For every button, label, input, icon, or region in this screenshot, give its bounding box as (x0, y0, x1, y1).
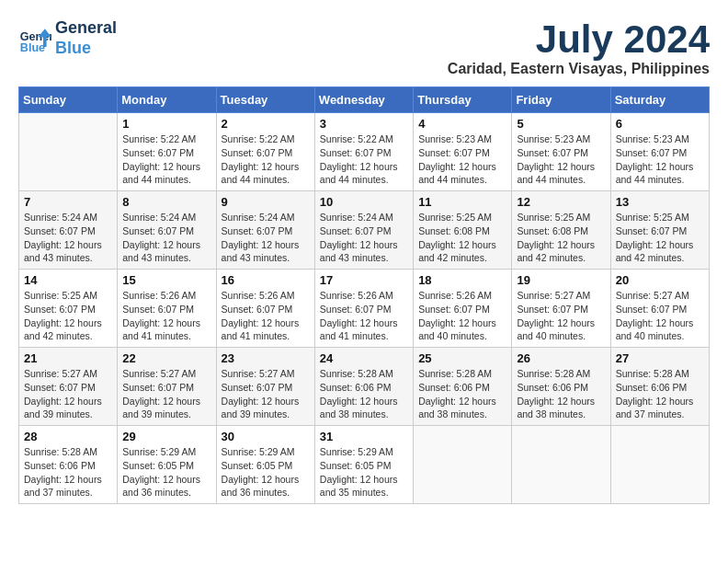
day-number: 5 (517, 117, 605, 131)
calendar-week-row: 14Sunrise: 5:25 AM Sunset: 6:07 PM Dayli… (19, 270, 710, 348)
day-number: 6 (616, 117, 704, 131)
day-number: 15 (122, 273, 210, 287)
calendar-cell: 18Sunrise: 5:26 AM Sunset: 6:07 PM Dayli… (414, 270, 512, 348)
calendar-cell: 11Sunrise: 5:25 AM Sunset: 6:08 PM Dayli… (414, 191, 512, 270)
calendar-cell: 26Sunrise: 5:28 AM Sunset: 6:06 PM Dayli… (512, 348, 610, 426)
day-info: Sunrise: 5:28 AM Sunset: 6:06 PM Dayligh… (517, 367, 605, 421)
day-number: 4 (418, 117, 506, 131)
day-info: Sunrise: 5:27 AM Sunset: 6:07 PM Dayligh… (517, 289, 605, 343)
day-number: 14 (24, 273, 112, 287)
calendar-cell: 17Sunrise: 5:26 AM Sunset: 6:07 PM Dayli… (314, 270, 413, 348)
calendar-cell (414, 426, 512, 504)
day-number: 1 (122, 117, 210, 131)
day-info: Sunrise: 5:23 AM Sunset: 6:07 PM Dayligh… (517, 132, 605, 187)
day-number: 7 (24, 195, 112, 209)
day-number: 13 (616, 195, 704, 209)
day-info: Sunrise: 5:28 AM Sunset: 6:06 PM Dayligh… (24, 445, 112, 500)
logo-text-line1: General (55, 18, 117, 39)
month-title: July 2024 (448, 18, 710, 61)
day-info: Sunrise: 5:26 AM Sunset: 6:07 PM Dayligh… (122, 289, 210, 343)
day-info: Sunrise: 5:25 AM Sunset: 6:08 PM Dayligh… (517, 211, 605, 265)
calendar-cell: 6Sunrise: 5:23 AM Sunset: 6:07 PM Daylig… (610, 113, 709, 191)
day-info: Sunrise: 5:24 AM Sunset: 6:07 PM Dayligh… (24, 211, 112, 265)
calendar-cell: 7Sunrise: 5:24 AM Sunset: 6:07 PM Daylig… (19, 191, 118, 270)
calendar-cell: 24Sunrise: 5:28 AM Sunset: 6:06 PM Dayli… (314, 348, 413, 426)
svg-text:Blue: Blue (20, 41, 45, 54)
day-info: Sunrise: 5:24 AM Sunset: 6:07 PM Dayligh… (122, 211, 210, 265)
weekday-header-monday: Monday (118, 87, 216, 113)
calendar-cell: 20Sunrise: 5:27 AM Sunset: 6:07 PM Dayli… (610, 270, 709, 348)
calendar-cell (610, 426, 709, 504)
calendar-cell (512, 426, 610, 504)
logo-text-line2: Blue (55, 39, 117, 59)
day-number: 27 (616, 351, 704, 365)
day-number: 2 (222, 117, 310, 131)
day-number: 31 (320, 430, 408, 443)
calendar-cell: 21Sunrise: 5:27 AM Sunset: 6:07 PM Dayli… (19, 348, 118, 426)
calendar-cell: 8Sunrise: 5:24 AM Sunset: 6:07 PM Daylig… (118, 191, 216, 270)
calendar-cell: 15Sunrise: 5:26 AM Sunset: 6:07 PM Dayli… (118, 270, 216, 348)
day-info: Sunrise: 5:25 AM Sunset: 6:08 PM Dayligh… (418, 211, 506, 265)
calendar-cell: 12Sunrise: 5:25 AM Sunset: 6:08 PM Dayli… (512, 191, 610, 270)
day-number: 10 (320, 195, 408, 209)
day-number: 3 (320, 117, 408, 131)
title-area: July 2024 Caridad, Eastern Visayas, Phil… (448, 18, 710, 77)
day-info: Sunrise: 5:26 AM Sunset: 6:07 PM Dayligh… (418, 289, 506, 343)
day-number: 18 (418, 273, 506, 287)
day-number: 30 (222, 430, 310, 443)
calendar-cell: 9Sunrise: 5:24 AM Sunset: 6:07 PM Daylig… (216, 191, 314, 270)
calendar-cell: 29Sunrise: 5:29 AM Sunset: 6:05 PM Dayli… (118, 426, 216, 504)
day-number: 24 (320, 351, 408, 365)
calendar-cell: 14Sunrise: 5:25 AM Sunset: 6:07 PM Dayli… (19, 270, 118, 348)
day-info: Sunrise: 5:26 AM Sunset: 6:07 PM Dayligh… (222, 289, 310, 343)
day-info: Sunrise: 5:28 AM Sunset: 6:06 PM Dayligh… (418, 367, 506, 421)
logo-icon: General Blue (18, 22, 51, 55)
weekday-header-saturday: Saturday (610, 87, 709, 113)
day-info: Sunrise: 5:23 AM Sunset: 6:07 PM Dayligh… (616, 132, 704, 187)
day-info: Sunrise: 5:27 AM Sunset: 6:07 PM Dayligh… (122, 367, 210, 421)
calendar-cell: 5Sunrise: 5:23 AM Sunset: 6:07 PM Daylig… (512, 113, 610, 191)
day-info: Sunrise: 5:25 AM Sunset: 6:07 PM Dayligh… (24, 289, 112, 343)
calendar-cell: 30Sunrise: 5:29 AM Sunset: 6:05 PM Dayli… (216, 426, 314, 504)
calendar-week-row: 1Sunrise: 5:22 AM Sunset: 6:07 PM Daylig… (19, 113, 710, 191)
day-info: Sunrise: 5:27 AM Sunset: 6:07 PM Dayligh… (616, 289, 704, 343)
weekday-header-tuesday: Tuesday (216, 87, 314, 113)
day-info: Sunrise: 5:25 AM Sunset: 6:07 PM Dayligh… (616, 211, 704, 265)
day-number: 19 (517, 273, 605, 287)
calendar-cell (19, 113, 118, 191)
calendar-cell: 22Sunrise: 5:27 AM Sunset: 6:07 PM Dayli… (118, 348, 216, 426)
calendar-week-row: 21Sunrise: 5:27 AM Sunset: 6:07 PM Dayli… (19, 348, 710, 426)
day-info: Sunrise: 5:29 AM Sunset: 6:05 PM Dayligh… (122, 445, 210, 500)
calendar-cell: 31Sunrise: 5:29 AM Sunset: 6:05 PM Dayli… (314, 426, 413, 504)
calendar-cell: 28Sunrise: 5:28 AM Sunset: 6:06 PM Dayli… (19, 426, 118, 504)
day-number: 20 (616, 273, 704, 287)
day-number: 11 (418, 195, 506, 209)
day-number: 21 (24, 351, 112, 365)
calendar-week-row: 7Sunrise: 5:24 AM Sunset: 6:07 PM Daylig… (19, 191, 710, 270)
calendar-cell: 16Sunrise: 5:26 AM Sunset: 6:07 PM Dayli… (216, 270, 314, 348)
day-info: Sunrise: 5:27 AM Sunset: 6:07 PM Dayligh… (222, 367, 310, 421)
weekday-header-thursday: Thursday (414, 87, 512, 113)
day-info: Sunrise: 5:28 AM Sunset: 6:06 PM Dayligh… (320, 367, 408, 421)
logo: General Blue General Blue (18, 18, 117, 58)
calendar-cell: 10Sunrise: 5:24 AM Sunset: 6:07 PM Dayli… (314, 191, 413, 270)
calendar-cell: 13Sunrise: 5:25 AM Sunset: 6:07 PM Dayli… (610, 191, 709, 270)
day-number: 29 (122, 430, 210, 443)
day-number: 28 (24, 430, 112, 443)
day-number: 8 (122, 195, 210, 209)
calendar-cell: 4Sunrise: 5:23 AM Sunset: 6:07 PM Daylig… (414, 113, 512, 191)
calendar-cell: 27Sunrise: 5:28 AM Sunset: 6:06 PM Dayli… (610, 348, 709, 426)
calendar-cell: 19Sunrise: 5:27 AM Sunset: 6:07 PM Dayli… (512, 270, 610, 348)
day-number: 12 (517, 195, 605, 209)
day-info: Sunrise: 5:24 AM Sunset: 6:07 PM Dayligh… (320, 211, 408, 265)
day-info: Sunrise: 5:29 AM Sunset: 6:05 PM Dayligh… (222, 445, 310, 500)
calendar-table: SundayMondayTuesdayWednesdayThursdayFrid… (18, 86, 710, 504)
day-info: Sunrise: 5:28 AM Sunset: 6:06 PM Dayligh… (616, 367, 704, 421)
day-info: Sunrise: 5:24 AM Sunset: 6:07 PM Dayligh… (222, 211, 310, 265)
day-info: Sunrise: 5:22 AM Sunset: 6:07 PM Dayligh… (122, 132, 210, 187)
calendar-cell: 1Sunrise: 5:22 AM Sunset: 6:07 PM Daylig… (118, 113, 216, 191)
calendar-week-row: 28Sunrise: 5:28 AM Sunset: 6:06 PM Dayli… (19, 426, 710, 504)
day-info: Sunrise: 5:29 AM Sunset: 6:05 PM Dayligh… (320, 445, 408, 500)
calendar-cell: 23Sunrise: 5:27 AM Sunset: 6:07 PM Dayli… (216, 348, 314, 426)
day-info: Sunrise: 5:22 AM Sunset: 6:07 PM Dayligh… (320, 132, 408, 187)
